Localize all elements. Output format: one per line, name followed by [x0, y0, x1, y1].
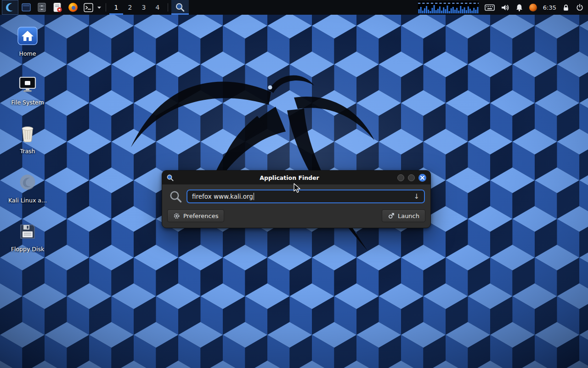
power-icon: [576, 3, 584, 12]
keyboard-icon: [485, 4, 495, 11]
text-caret: [254, 193, 254, 200]
system-monitor-graph[interactable]: [418, 1, 479, 13]
file-manager-icon: [21, 2, 32, 13]
maximize-button[interactable]: [408, 174, 415, 181]
bell-icon: [515, 4, 523, 12]
desktop-icon-file-system[interactable]: File System: [6, 74, 50, 106]
panel-status-area: 6:35: [418, 0, 586, 15]
desktop-icon-trash[interactable]: Trash: [6, 123, 50, 155]
panel-separator: [168, 3, 168, 12]
desktop-icon-label: File System: [6, 99, 50, 106]
firefox-icon: [68, 2, 79, 13]
window-controls: [397, 174, 426, 182]
terminal-icon: [83, 2, 94, 13]
search-input[interactable]: firefox www.kali.org ↓: [187, 190, 425, 203]
desktop-icon-floppy-disk[interactable]: Floppy Disk: [6, 221, 50, 253]
home-icon: [17, 25, 38, 46]
workspace-2[interactable]: 2: [123, 0, 137, 15]
file-manager-launcher[interactable]: [18, 0, 34, 15]
panel-separator: [106, 3, 106, 12]
desktop-icon-label: Home: [6, 51, 50, 57]
close-icon: [420, 176, 424, 180]
launch-button[interactable]: Launch: [382, 209, 425, 222]
taskbar-application-finder[interactable]: [171, 0, 189, 15]
minimize-button[interactable]: [397, 174, 404, 181]
file-cabinet-launcher[interactable]: [34, 0, 50, 15]
terminal-dropdown-chevron[interactable]: [96, 0, 102, 15]
desktop-icon-kali-linux[interactable]: Kali Linux a...: [6, 172, 50, 204]
keyboard-indicator[interactable]: [485, 0, 495, 15]
desktop-icon-label: Floppy Disk: [6, 246, 50, 253]
application-finder-icon: [175, 2, 185, 12]
workspace-3[interactable]: 3: [137, 0, 151, 15]
top-panel: 1 2 3 4: [0, 0, 588, 15]
notifications[interactable]: [515, 0, 523, 15]
launch-icon: [388, 213, 395, 219]
kali-menu-icon: [5, 2, 16, 13]
trash-bin-icon: [17, 123, 38, 144]
update-indicator-icon: [529, 4, 537, 12]
preferences-label: Preferences: [183, 213, 218, 219]
cpu-graph-icon: [418, 1, 479, 13]
window-icon: [166, 174, 174, 182]
desktop-icon-home[interactable]: Home: [6, 25, 50, 57]
titlebar[interactable]: Application Finder: [162, 171, 430, 184]
kali-logo-icon: [17, 172, 38, 193]
mouse-cursor: [293, 183, 302, 193]
lock-icon: [562, 4, 570, 12]
power-menu[interactable]: [576, 0, 584, 15]
file-cabinet-icon: [36, 2, 47, 13]
history-dropdown-icon[interactable]: ↓: [413, 193, 419, 200]
close-button[interactable]: [418, 174, 426, 182]
desktop-icon-label: Trash: [6, 148, 50, 155]
window-title: Application Finder: [194, 174, 384, 181]
workspace-switcher: 1 2 3 4: [109, 0, 164, 15]
text-editor-icon: [52, 2, 63, 13]
lock-screen[interactable]: [562, 0, 570, 15]
firefox-launcher[interactable]: [65, 0, 81, 15]
chevron-down-icon: [97, 6, 102, 9]
button-row: Preferences Launch: [162, 205, 430, 228]
volume-icon: [501, 4, 509, 12]
floppy-disk-icon: [17, 221, 38, 242]
update-indicator[interactable]: [529, 0, 537, 15]
computer-monitor-icon: [17, 74, 38, 95]
workspace-4[interactable]: 4: [151, 0, 164, 15]
application-finder-window: Application Finder firefox www.kali.org …: [162, 170, 431, 228]
terminal-launcher[interactable]: [81, 0, 96, 15]
volume-control[interactable]: [501, 0, 509, 15]
text-editor-launcher[interactable]: [50, 0, 65, 15]
desktop-icon-label: Kali Linux a...: [6, 197, 50, 204]
gear-icon: [173, 213, 180, 219]
launch-label: Launch: [398, 213, 419, 219]
applications-menu-button[interactable]: [2, 0, 18, 15]
search-icon: [169, 190, 182, 203]
clock[interactable]: 6:35: [543, 4, 556, 11]
preferences-button[interactable]: Preferences: [167, 209, 224, 222]
workspace-1[interactable]: 1: [109, 0, 123, 15]
search-query-text: firefox www.kali.org: [192, 193, 253, 200]
